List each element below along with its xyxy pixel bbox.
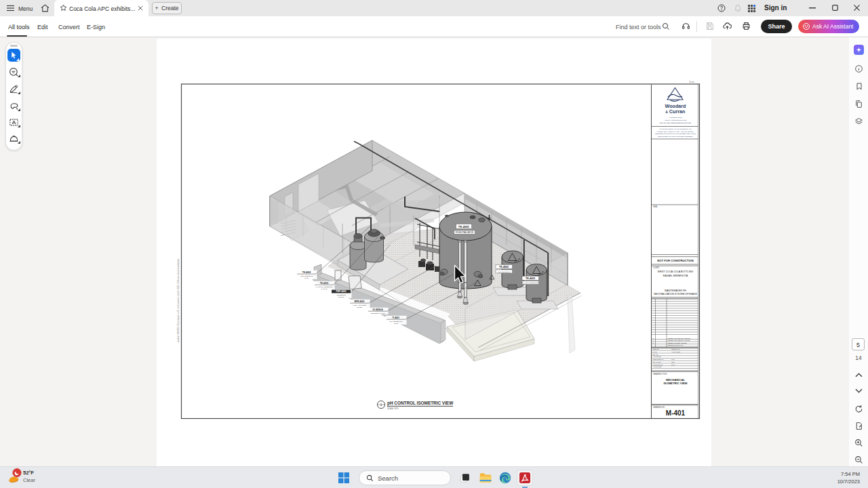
svg-text:ISOMETRIC VIEW: ISOMETRIC VIEW <box>663 382 687 385</box>
svg-text:MECHANICAL: MECHANICAL <box>666 378 686 382</box>
svg-text:ISSUED FOR BID 08/18/23: ISSUED FOR BID 08/18/23 <box>668 342 688 344</box>
svg-text:DATE: DATE <box>653 351 658 353</box>
svg-text:PH NEUTRALIZATION: PH NEUTRALIZATION <box>456 231 474 234</box>
svg-text:0226118.00: 0226118.00 <box>671 348 680 350</box>
svg-text:SEAL:: SEAL: <box>653 205 658 208</box>
svg-text:NEUTRALIZATION SYSTEM UPGRADE: NEUTRALIZATION SYSTEM UPGRADE <box>654 293 697 296</box>
svg-text:ACID METERING: ACID METERING <box>498 271 511 273</box>
svg-text:PERMITTED WITHOUT WRITTEN CONS: PERMITTED WITHOUT WRITTEN CONSENT. <box>658 136 693 138</box>
svg-text:PUMPS: PUMPS <box>338 296 344 298</box>
svg-text:THIS DOCUMENT IS THE PROPERTY: THIS DOCUMENT IS THE PROPERTY OF <box>659 128 692 130</box>
svg-text:TANK B: TANK B <box>321 288 328 290</box>
svg-text:SCALE: NTS: SCALE: NTS <box>387 407 398 410</box>
svg-text:DRAWING NO.: DRAWING NO. <box>653 406 665 409</box>
svg-text:Scale: Scale <box>689 81 694 83</box>
svg-text:TANK: TANK <box>304 277 309 279</box>
svg-text:MXR-4001: MXR-4001 <box>354 300 364 303</box>
svg-text:TK-4002: TK-4002 <box>499 266 509 268</box>
svg-text:DRAWING TITLE:: DRAWING TITLE: <box>653 373 667 375</box>
svg-text:CONTROL VALVE: CONTROL VALVE <box>371 312 385 314</box>
svg-text:800.426.4262 | www.woodardcurr: 800.426.4262 | www.woodardcurran.com <box>660 122 691 124</box>
svg-text:MIXER: MIXER <box>357 306 362 308</box>
svg-text:APPROVED: APPROVED <box>653 366 663 368</box>
svg-text:TK-4001: TK-4001 <box>458 225 470 228</box>
svg-text:EAGAN, MINNESOTA: EAGAN, MINNESOTA <box>663 274 688 277</box>
svg-text:CHECKED BY: CHECKED BY <box>653 364 664 366</box>
svg-text:ISSUED FOR PERMIT 06/30/23: ISSUED FOR PERMIT 06/30/23 <box>668 340 691 341</box>
svg-text:JOB NO.: JOB NO. <box>653 348 660 350</box>
svg-text:WASTEWATER PH: WASTEWATER PH <box>665 289 686 292</box>
svg-text:Andover, Massachusetts 01810: Andover, Massachusetts 01810 <box>664 119 687 121</box>
svg-text:TK-4003: TK-4003 <box>320 282 329 285</box>
svg-text:SKID: SKID <box>394 323 398 325</box>
svg-text:woodard 10/6/2023 4:05 pm lay: woodard 10/6/2023 4:05 pm layout: m-401 … <box>177 258 180 342</box>
svg-text:M-401: M-401 <box>666 409 686 417</box>
svg-text:CLIENT:: CLIENT: <box>653 266 660 269</box>
svg-text:ISSUED FOR REVIEW 05/26/23: ISSUED FOR REVIEW 05/26/23 <box>668 338 691 339</box>
svg-text:AS NOTED: AS NOTED <box>653 356 661 358</box>
svg-text:DESIGNED BY: DESIGNED BY <box>653 359 665 361</box>
svg-text:DESCRIPTION DATE: DESCRIPTION DATE <box>668 344 684 346</box>
svg-text:TK-4003: TK-4003 <box>526 277 535 280</box>
svg-text:DLW: DLW <box>671 364 675 366</box>
svg-text:PMP-4002: PMP-4002 <box>336 290 346 293</box>
svg-text:& Curran: & Curran <box>666 108 686 115</box>
svg-text:NOT FOR CONSTRUCTION: NOT FOR CONSTRUCTION <box>657 259 694 262</box>
svg-text:40 Shattuck Road: 40 Shattuck Road <box>669 117 682 119</box>
svg-text:APRIL 2023: APRIL 2023 <box>671 351 680 353</box>
svg-text:LV-4004-A: LV-4004-A <box>372 308 383 311</box>
svg-text:WOODARD & CURRAN, INC. AND ITS: WOODARD & CURRAN, INC. AND ITS CLIENT. <box>657 131 694 133</box>
svg-text:WEST COCA COLA BOTTLING: WEST COCA COLA BOTTLING <box>658 270 694 273</box>
svg-text:REPRODUCTION OR UNAUTHORIZED U: REPRODUCTION OR UNAUTHORIZED USE IS NOT <box>655 133 696 135</box>
svg-text:JDC: JDC <box>671 361 675 363</box>
svg-text:DRAWN BY: DRAWN BY <box>653 361 662 363</box>
svg-text:MJT: MJT <box>671 359 675 361</box>
svg-text:SCALE: SCALE <box>653 354 658 356</box>
svg-text:CAUSTIC METERING: CAUSTIC METERING <box>522 282 538 284</box>
svg-text:TK-4002: TK-4002 <box>302 271 311 274</box>
svg-text:P-4001: P-4001 <box>393 317 400 319</box>
svg-text:pH CONTROL ISOMETRIC VIEW: pH CONTROL ISOMETRIC VIEW <box>387 401 454 406</box>
